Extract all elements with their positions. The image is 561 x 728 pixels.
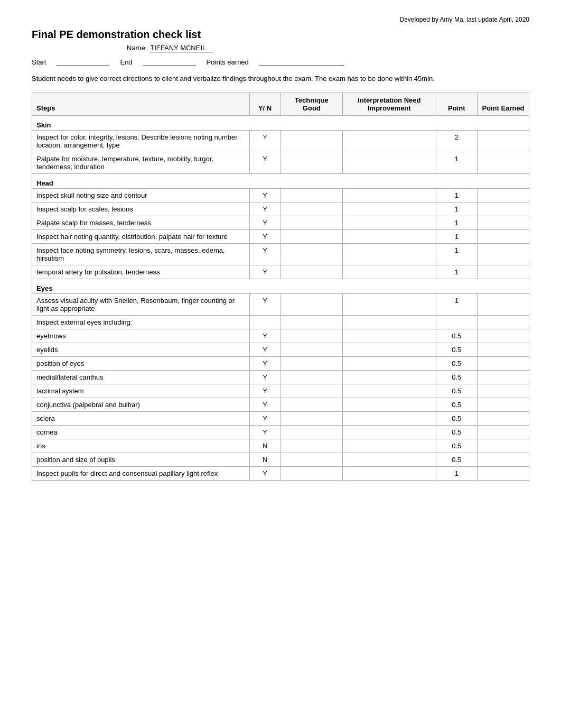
table-row: position of eyesY0.5 [32,356,529,370]
technique-cell [280,130,343,152]
interpretation-cell [343,356,436,370]
point-cell: 0.5 [436,384,477,398]
technique-cell [280,453,343,466]
yn-cell: Y [249,425,280,439]
credit-text: Developed by Amy Ma, last update April, … [32,16,529,23]
interpretation-cell [343,329,436,343]
table-row: eyebrowsY0.5 [32,329,529,343]
section-header-row: Head [32,173,529,188]
point-cell: 1 [436,243,477,265]
section-header-row: Skin [32,115,529,130]
technique-cell [280,202,343,216]
technique-cell [280,188,343,202]
step-cell: Inspect skull noting size and contour [32,188,250,202]
yn-cell: Y [249,229,280,243]
interpretation-cell [343,315,436,329]
earned-cell [477,425,529,439]
end-field[interactable] [143,58,196,66]
instructions-text: Student needs to give correct directions… [32,73,465,84]
interpretation-cell [343,343,436,356]
yn-cell: Y [249,356,280,370]
step-cell: Inspect scalp for scales, lesions [32,202,250,216]
earned-cell [477,398,529,411]
technique-cell [280,329,343,343]
interpretation-cell [343,466,436,480]
table-row: temporal artery for pulsation, tendernes… [32,265,529,279]
yn-cell: Y [249,130,280,152]
technique-cell [280,425,343,439]
step-cell: Palpate scalp for masses, tenderness [32,216,250,229]
point-cell: 0.5 [436,425,477,439]
step-cell: Inspect face noting symmetry, lesions, s… [32,243,250,265]
point-cell: 0.5 [436,453,477,466]
earned-cell [477,188,529,202]
technique-cell [280,356,343,370]
earned-cell [477,439,529,453]
header-point-earned: Point Earned [477,93,529,115]
point-cell: 0.5 [436,356,477,370]
step-cell: eyebrows [32,329,250,343]
earned-cell [477,370,529,384]
yn-cell: Y [249,398,280,411]
table-row: Inspect face noting symmetry, lesions, s… [32,243,529,265]
point-cell: 1 [436,188,477,202]
step-cell: iris [32,439,250,453]
yn-cell: Y [249,188,280,202]
interpretation-cell [343,229,436,243]
yn-cell: Y [249,293,280,315]
table-row: Palpate scalp for masses, tendernessY1 [32,216,529,229]
interpretation-cell [343,370,436,384]
points-earned-field[interactable] [259,58,344,66]
points-earned-label: Points earned [207,58,249,66]
yn-cell: N [249,439,280,453]
technique-cell [280,343,343,356]
point-cell: 0.5 [436,343,477,356]
table-row: Assess visual acuity with Snellen, Rosen… [32,293,529,315]
start-field[interactable] [57,58,109,66]
technique-cell [280,229,343,243]
step-cell: Palpate for moisture, temperature, textu… [32,152,250,173]
step-cell: position of eyes [32,356,250,370]
table-row: Palpate for moisture, temperature, textu… [32,152,529,173]
table-row: conjunctiva (palpebral and bulbar)Y0.5 [32,398,529,411]
earned-cell [477,202,529,216]
table-row: Inspect pupils for direct and consensual… [32,466,529,480]
point-cell: 0.5 [436,370,477,384]
interpretation-cell [343,293,436,315]
header-yn: Y/ N [249,93,280,115]
header-technique: Technique Good [280,93,343,115]
technique-cell [280,243,343,265]
step-cell: eyelids [32,343,250,356]
interpretation-cell [343,243,436,265]
yn-cell: Y [249,216,280,229]
table-row: irisN0.5 [32,439,529,453]
table-row: Inspect scalp for scales, lesionsY1 [32,202,529,216]
table-row: Inspect hair noting quantity, distributi… [32,229,529,243]
interpretation-cell [343,265,436,279]
section-title: Eyes [32,279,529,293]
technique-cell [280,315,343,329]
yn-cell: Y [249,202,280,216]
interpretation-cell [343,152,436,173]
technique-cell [280,411,343,425]
yn-cell: Y [249,243,280,265]
point-cell [436,315,477,329]
table-row: scleraY0.5 [32,411,529,425]
name-label: Name [127,44,145,52]
earned-cell [477,130,529,152]
earned-cell [477,293,529,315]
yn-cell: Y [249,384,280,398]
interpretation-cell [343,439,436,453]
earned-cell [477,315,529,329]
earned-cell [477,384,529,398]
yn-cell [249,315,280,329]
technique-cell [280,370,343,384]
section-header-row: Eyes [32,279,529,293]
interpretation-cell [343,425,436,439]
earned-cell [477,216,529,229]
technique-cell [280,293,343,315]
earned-cell [477,343,529,356]
step-cell: Inspect pupils for direct and consensual… [32,466,250,480]
header-steps: Steps [32,93,250,115]
earned-cell [477,152,529,173]
